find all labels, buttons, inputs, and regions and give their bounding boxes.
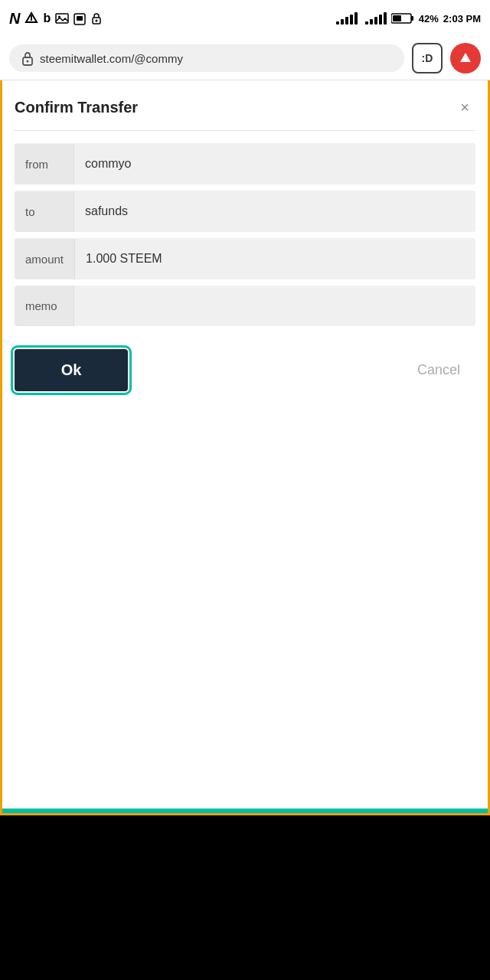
svg-point-7 <box>96 20 98 22</box>
signal-bars-1 <box>336 12 358 24</box>
from-label: from <box>15 144 74 185</box>
status-bar: N b <box>0 0 490 37</box>
image-icon <box>55 11 69 25</box>
n-icon: N <box>9 10 20 28</box>
main-content: Confirm Transfer × from commyo to safund… <box>0 80 490 815</box>
ok-button[interactable]: Ok <box>15 349 128 391</box>
time-display: 2:03 PM <box>443 13 481 24</box>
lock-status-icon <box>90 11 103 25</box>
dialog-header: Confirm Transfer × <box>15 96 475 119</box>
amount-value: 1.000 STEEM <box>75 238 475 279</box>
svg-rect-2 <box>56 14 68 23</box>
cancel-button[interactable]: Cancel <box>402 350 475 390</box>
amount-label: amount <box>15 239 75 279</box>
url-text: steemitwallet.com/@commy <box>40 52 183 65</box>
teal-bottom-bar <box>2 808 488 813</box>
status-left-icons: N b <box>9 10 103 28</box>
b-icon: b <box>43 11 51 25</box>
svg-rect-9 <box>411 16 413 21</box>
black-area <box>0 815 490 980</box>
svg-marker-13 <box>460 53 471 62</box>
signal-bars-2 <box>365 12 387 24</box>
browser-code-btn[interactable]: :D <box>412 43 443 74</box>
arrow-icon <box>24 11 38 25</box>
button-row: Ok Cancel <box>15 349 475 391</box>
dialog-divider <box>15 130 475 131</box>
battery-percent: 42% <box>419 13 439 24</box>
battery-icon <box>391 12 414 24</box>
amount-row: amount 1.000 STEEM <box>15 238 475 279</box>
close-button[interactable]: × <box>454 96 475 119</box>
memo-value <box>74 292 475 320</box>
svg-rect-5 <box>77 16 83 21</box>
svg-point-12 <box>27 60 29 63</box>
url-bar[interactable]: steemitwallet.com/@commy <box>9 44 404 72</box>
dialog-title: Confirm Transfer <box>15 99 138 116</box>
lock-icon <box>21 51 34 66</box>
memo-label: memo <box>15 286 74 326</box>
browser-action-btn[interactable] <box>450 43 481 74</box>
to-label: to <box>15 191 74 232</box>
memo-row: memo <box>15 286 475 326</box>
from-value: commyo <box>74 143 475 185</box>
confirm-transfer-dialog: Confirm Transfer × from commyo to safund… <box>2 80 488 407</box>
to-row: to safunds <box>15 191 475 232</box>
browser-bar: steemitwallet.com/@commy :D <box>0 37 490 80</box>
sim-icon <box>74 11 86 25</box>
status-right-info: 42% 2:03 PM <box>336 12 481 24</box>
svg-rect-10 <box>393 15 401 21</box>
to-value: safunds <box>74 191 475 232</box>
from-row: from commyo <box>15 143 475 185</box>
